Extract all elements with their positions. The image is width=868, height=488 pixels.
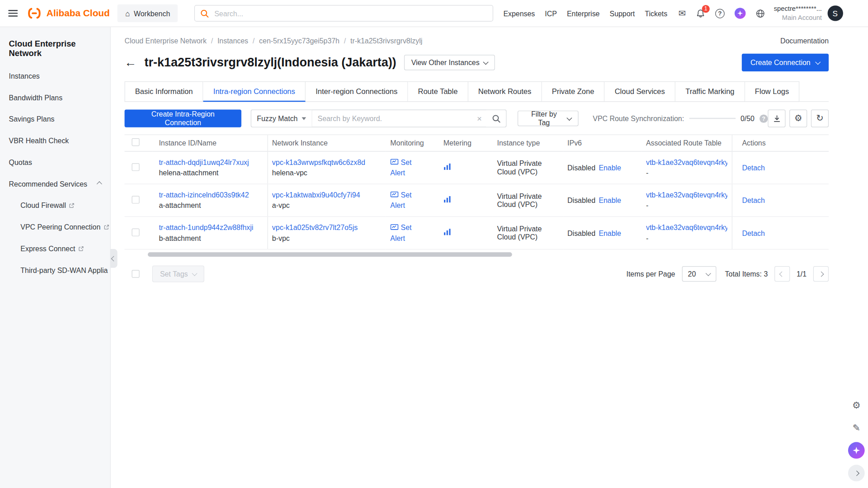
next-page-button[interactable] [813,266,829,282]
ipv6-enable-link[interactable]: Enable [599,164,621,172]
global-search-input[interactable] [213,9,487,18]
language-icon[interactable] [755,9,765,18]
refresh-button[interactable]: ↻ [811,109,829,127]
sidebar-item-savings-plans[interactable]: Savings Plans [0,108,110,130]
route-table-link[interactable]: vtb-k1ae32vaq6tevqn4rky27 [646,158,727,166]
export-button[interactable] [768,109,785,127]
search-button[interactable] [486,110,506,127]
view-other-instances-button[interactable]: View Other Instances [404,55,495,70]
set-alert-link[interactable]: Set Alert [390,190,422,211]
tab-flow-logs[interactable]: Flow Logs [745,81,800,102]
set-alert-link[interactable]: Set Alert [390,222,422,244]
message-icon[interactable]: ✉ [679,9,686,18]
ipv6-enable-link[interactable]: Enable [599,196,621,204]
create-intra-region-connection-button[interactable]: Create Intra-Region Connection [125,109,241,127]
nav-icp[interactable]: ICP [545,9,557,17]
account-info[interactable]: spectre********... Main Account [774,5,822,23]
back-button[interactable]: ← [125,56,137,69]
clear-search-icon[interactable]: × [472,114,486,122]
instance-id-link[interactable]: tr-attach-dqdji1uwq24lr7xuxj [159,158,249,166]
sidebar-collapse-handle[interactable] [110,249,118,268]
footer-select-all-checkbox[interactable] [132,270,139,278]
filter-by-tag-button[interactable]: Filter by Tag [518,111,578,126]
items-per-page-select[interactable]: 20 [682,266,716,282]
row-checkbox[interactable] [132,163,139,171]
alibaba-cloud-logo[interactable]: Alibaba Cloud [25,7,109,20]
set-alert-link[interactable]: Set Alert [390,157,422,178]
ai-assistant-icon[interactable] [735,8,745,19]
sidebar-item-instances[interactable]: Instances [0,65,110,87]
tab-private-zone[interactable]: Private Zone [542,81,605,102]
avatar[interactable]: S [827,5,843,21]
instance-id-link[interactable]: tr-attach-1undp944z2w88fhxji [159,224,253,232]
nav-enterprise[interactable]: Enterprise [567,9,600,17]
keyword-search-input[interactable] [312,114,472,122]
metering-chart-icon[interactable] [443,163,451,170]
sidebar-subitem-vpc-peering-connection[interactable]: VPC Peering Connection [0,216,110,238]
instance-id-link[interactable]: tr-attach-izincelnd603s9tk42 [159,191,249,199]
help-icon[interactable]: ? [715,9,725,18]
breadcrumb-cen-id[interactable]: cen-5rx15yyc73gei5p37h [259,37,346,45]
monitor-icon [390,158,398,166]
network-instance-link[interactable]: vpc-k1a3wrwpsfkqtw6c6zx8d [272,158,365,166]
vpc-route-synchronization: VPC Route Synchronization: 0/50 ? [593,114,768,122]
chevron-left-icon [111,256,117,261]
create-connection-button[interactable]: Create Connection [741,54,829,71]
prev-page-button[interactable] [774,266,790,282]
sidebar-subitem-express-connect[interactable]: Express Connect [0,238,110,260]
tab-bar: Basic Information Intra-region Connectio… [125,81,829,102]
detach-link[interactable]: Detach [742,229,764,237]
set-tags-button[interactable]: Set Tags [152,266,205,282]
tab-basic-information[interactable]: Basic Information [125,81,203,102]
float-expand-button[interactable] [848,465,865,482]
breadcrumb-instances[interactable]: Instances [217,37,255,45]
tab-route-table[interactable]: Route Table [408,81,468,102]
route-table-link[interactable]: vtb-k1ae32vaq6tevqn4rky27 [646,224,727,232]
tab-inter-region-connections[interactable]: Inter-region Connections [306,81,408,102]
vpc-route-sync-bar[interactable] [689,118,736,119]
documentation-link[interactable]: Documentation [780,37,829,45]
sync-help-icon[interactable]: ? [760,114,768,122]
workbench-label: Workbench [134,9,170,17]
tab-intra-region-connections[interactable]: Intra-region Connections [203,81,306,102]
hamburger-menu-button[interactable] [0,0,25,27]
sidebar-item-vbr-health-check[interactable]: VBR Health Check [0,130,110,152]
metering-chart-icon[interactable] [443,229,451,236]
tab-traffic-marking[interactable]: Traffic Marking [675,81,745,102]
horizontal-scrollbar[interactable] [125,252,829,257]
network-instance-link[interactable]: vpc-k1aktwabxi9u40cfy7i94 [272,191,360,199]
metering-chart-icon[interactable] [443,196,451,203]
workbench-button[interactable]: ⌂ Workbench [118,5,178,22]
route-table-link[interactable]: vtb-k1ae32vaq6tevqn4rky27 [646,191,727,199]
sidebar-item-recommended-services[interactable]: Recommended Services [0,173,110,195]
float-settings-button[interactable]: ⚙ [848,397,865,413]
float-feedback-button[interactable]: ✎ [848,419,865,436]
select-all-checkbox[interactable] [132,138,139,146]
header-icons: ✉ 1 ? [679,8,765,19]
scrollbar-thumb[interactable] [148,252,512,257]
float-ai-assistant-button[interactable] [848,442,865,459]
refresh-icon: ↻ [816,114,823,123]
ipv6-enable-link[interactable]: Enable [599,229,621,237]
nav-support[interactable]: Support [610,9,635,17]
global-search[interactable] [194,5,493,22]
match-mode-select[interactable]: Fuzzy Match [251,110,312,127]
row-checkbox[interactable] [132,196,139,203]
detach-link[interactable]: Detach [742,196,764,204]
nav-tickets[interactable]: Tickets [645,9,667,17]
tab-cloud-services[interactable]: Cloud Services [605,81,675,102]
notifications-button[interactable]: 1 [696,9,705,18]
tab-network-routes[interactable]: Network Routes [468,81,542,102]
gear-icon: ⚙ [794,114,802,123]
column-header-instance-type: Instance type [493,135,563,151]
breadcrumb-cen[interactable]: Cloud Enterprise Network [125,37,213,45]
sidebar-item-bandwidth-plans[interactable]: Bandwidth Plans [0,87,110,108]
row-checkbox[interactable] [132,228,139,236]
settings-button[interactable]: ⚙ [789,109,807,127]
detach-link[interactable]: Detach [742,164,764,172]
sidebar-subitem-third-party-sd-wan[interactable]: Third-party SD-WAN Applia [0,259,110,281]
sidebar-subitem-cloud-firewall[interactable]: Cloud Firewall [0,195,110,216]
network-instance-link[interactable]: vpc-k1a025tv82rv7lt27o5js [272,224,358,232]
sidebar-item-quotas[interactable]: Quotas [0,152,110,174]
nav-expenses[interactable]: Expenses [503,9,535,17]
